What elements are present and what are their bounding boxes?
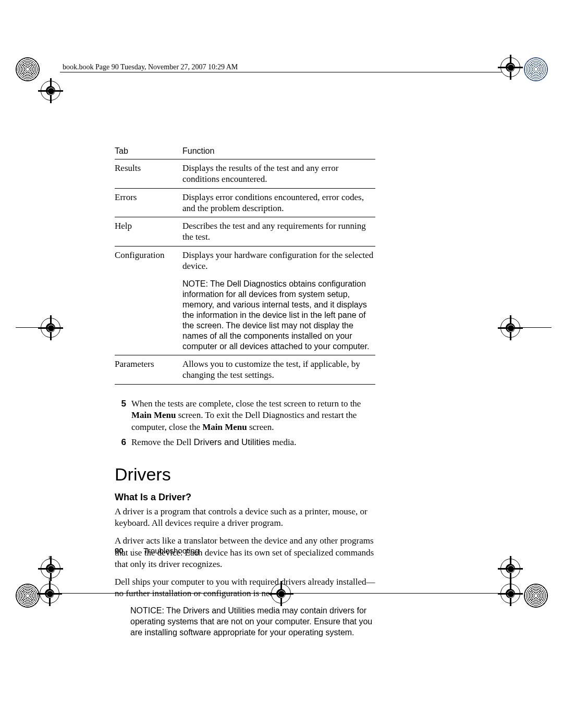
steps-list: 5 When the tests are complete, close the…	[115, 398, 375, 449]
section-heading-drivers: Drivers	[115, 464, 375, 485]
step-text: Remove the Dell Drivers and Utilities me…	[131, 437, 375, 449]
paragraph: A driver is a program that controls a de…	[115, 506, 375, 529]
running-header: book.book Page 90 Tuesday, November 27, …	[63, 63, 238, 71]
notice-prefix: NOTICE:	[130, 606, 166, 615]
registration-swirl-icon	[16, 57, 40, 81]
registration-mark-icon	[500, 559, 520, 578]
registration-mark-icon	[41, 81, 60, 101]
tab-desc: Allows you to customize the test, if app…	[182, 355, 375, 385]
tab-label: Parameters	[115, 355, 182, 385]
table-row: Results Displays the results of the test…	[115, 159, 375, 189]
table-row: Configuration Displays your hardware con…	[115, 246, 375, 273]
tab-label: Errors	[115, 188, 182, 217]
registration-mark-icon	[41, 559, 60, 578]
registration-mark-icon	[500, 57, 520, 77]
sans-text: Drivers and Utilities	[183, 606, 257, 615]
step-6: 6 Remove the Dell Drivers and Utilities …	[115, 437, 375, 449]
tab-label: Configuration	[115, 246, 182, 273]
tab-label: Results	[115, 159, 182, 189]
tab-desc: Displays the results of the test and any…	[182, 159, 375, 189]
page: book.book Page 90 Tuesday, November 27, …	[0, 0, 563, 728]
footer-section: Troubleshooting	[143, 546, 199, 555]
sans-text: Drivers and Utilities	[193, 437, 272, 447]
page-footer: 90 | Troubleshooting	[115, 546, 199, 556]
header-rule	[60, 72, 503, 72]
notice-block: NOTICE: The Drivers and Utilities media …	[130, 606, 375, 638]
step-number: 5	[115, 398, 126, 434]
table-row: Parameters Allows you to customize the t…	[115, 355, 375, 385]
subsection-heading: What Is a Driver?	[115, 492, 375, 503]
config-note: NOTE: The Dell Diagnostics obtains confi…	[182, 273, 375, 355]
footer-separator: |	[132, 547, 134, 555]
table-header-function: Function	[182, 144, 375, 159]
step-number: 6	[115, 437, 126, 449]
registration-mark-icon	[500, 318, 520, 338]
table-header-tab: Tab	[115, 144, 182, 159]
table-row: Errors Displays error conditions encount…	[115, 188, 375, 217]
registration-mark-icon	[500, 584, 520, 603]
tab-function-table: Tab Function Results Displays the result…	[115, 144, 375, 385]
t: Remove the Dell	[131, 437, 193, 447]
tab-desc: Describes the test and any requirements …	[182, 217, 375, 246]
note-prefix: NOTE:	[182, 279, 210, 288]
t: The	[166, 606, 183, 615]
registration-mark-icon	[40, 584, 59, 603]
tab-desc: Displays your hardware configuration for…	[182, 246, 375, 273]
bold-text: Main Menu	[202, 422, 247, 432]
t: When the tests are complete, close the t…	[131, 399, 361, 409]
step-5: 5 When the tests are complete, close the…	[115, 398, 375, 434]
tab-label: Help	[115, 217, 182, 246]
t: media.	[273, 437, 297, 447]
note-text: The Dell Diagnostics obtains configurati…	[182, 279, 369, 351]
registration-mark-icon	[271, 584, 291, 603]
crop-line	[520, 327, 552, 328]
paragraph: Dell ships your computer to you with req…	[115, 576, 375, 599]
registration-swirl-icon	[524, 57, 548, 81]
table-row-note: NOTE: The Dell Diagnostics obtains confi…	[115, 273, 375, 355]
t: screen.	[247, 422, 274, 432]
registration-swirl-icon	[524, 584, 548, 608]
tab-desc: Displays error conditions encountered, e…	[182, 188, 375, 217]
table-row: Help Describes the test and any requirem…	[115, 217, 375, 246]
bold-text: Main Menu	[131, 410, 176, 420]
registration-swirl-icon	[16, 584, 40, 608]
page-number: 90	[115, 546, 124, 555]
page-content: Tab Function Results Displays the result…	[115, 144, 375, 638]
step-text: When the tests are complete, close the t…	[131, 398, 375, 434]
tab-label-empty	[115, 273, 182, 355]
registration-mark-icon	[41, 318, 60, 338]
